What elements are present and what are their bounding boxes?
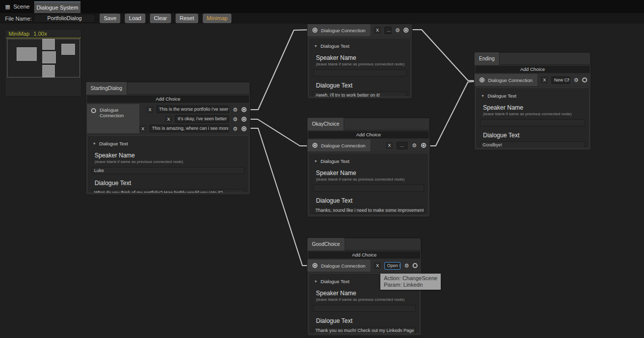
minimap-panel[interactable]: MiniMap 1.00x: [5, 29, 82, 97]
node-title[interactable]: GoodChoice: [307, 238, 345, 250]
dialogue-connection-header: Dialogue Connection X ... ⚙: [307, 139, 430, 151]
remove-choice-button[interactable]: X: [541, 76, 548, 83]
choice-text-input[interactable]: This is amazing, where can i see more!: [149, 125, 229, 132]
remove-choice-button[interactable]: X: [386, 142, 393, 149]
output-port[interactable]: [242, 126, 247, 131]
speaker-name-input[interactable]: [313, 69, 407, 76]
tooltip-action-line: Action: ChangeScene: [384, 275, 437, 282]
save-button[interactable]: Save: [100, 14, 120, 23]
node-ending[interactable]: Ending Add Choice Dialogue Connection X …: [474, 52, 591, 150]
speaker-name-hint: (leave blank if same as previous connect…: [316, 177, 424, 182]
dialogue-connection-label: Dialogue Connection: [321, 143, 365, 148]
choice-text-input[interactable]: New Choice: [551, 76, 570, 84]
dialogue-text-input[interactable]: Thank you so much! Check out my Linkedn …: [313, 327, 416, 334]
output-port[interactable]: [582, 77, 587, 82]
speaker-name-label: Speaker Name: [316, 170, 424, 177]
dialogue-body: ▼ Dialogue Text Speaker Name (leave blan…: [87, 135, 249, 193]
choice-text-input[interactable]: This is the worse portfolio i've seen: [156, 106, 229, 113]
dialogue-text-foldout[interactable]: ▼ Dialogue Text: [314, 43, 407, 49]
speaker-name-hint: (leave blank if same as previous connect…: [95, 159, 245, 164]
gear-icon[interactable]: ⚙: [411, 142, 418, 149]
add-choice-button[interactable]: Add Choice: [87, 96, 249, 103]
node-title-input[interactable]: [345, 238, 421, 250]
dialogue-text-input[interactable]: Goodbye!: [480, 141, 585, 148]
dialogue-text-label: Dialogue Text: [95, 180, 245, 187]
load-button[interactable]: Load: [125, 14, 145, 23]
dialogue-connection-box: Dialogue Connection: [307, 260, 370, 272]
dialogue-text-input[interactable]: Awwh, i'll try to work better on it!: [313, 92, 407, 97]
dialogue-connection-box: Dialogue Connection: [87, 104, 139, 133]
dialogue-text-foldout[interactable]: ▼ Dialogue Text: [93, 141, 245, 146]
dialogue-connection-label: Dialogue Connection: [321, 263, 365, 269]
dialogue-text-foldout[interactable]: ▼ Dialogue Text: [481, 93, 585, 99]
minimap-node: [42, 65, 55, 77]
choice-text-input-focused[interactable]: Open Page: [384, 262, 400, 270]
speaker-name-input[interactable]: Luke: [92, 167, 245, 174]
node-title[interactable]: StartingDialog: [86, 82, 127, 95]
input-port[interactable]: [91, 108, 96, 113]
node-title-bar: StartingDialog: [86, 82, 250, 95]
speaker-name-input[interactable]: [313, 185, 424, 192]
choice-text-input[interactable]: It's okay, i've seen better: [175, 115, 229, 123]
remove-choice-button[interactable]: X: [374, 27, 381, 34]
output-port[interactable]: [242, 117, 247, 122]
dialogue-text-input[interactable]: What do you think of my portfolio? How h…: [92, 189, 245, 193]
scene-menu[interactable]: ▦ Scene: [5, 0, 30, 13]
reset-button[interactable]: Reset: [176, 14, 198, 23]
gear-icon[interactable]: ⚙: [395, 27, 400, 34]
speaker-name-input[interactable]: [313, 305, 416, 312]
gear-icon[interactable]: ⚙: [232, 116, 238, 123]
dialogue-connection-header: Dialogue Connection X New Choice ⚙: [474, 74, 591, 86]
input-port[interactable]: [312, 263, 317, 268]
gear-icon[interactable]: ⚙: [404, 262, 409, 269]
input-port[interactable]: [312, 28, 317, 33]
minimap-toggle-button[interactable]: Minimap: [203, 14, 232, 23]
node-okay-choice[interactable]: OkayChoice Add Choice Dialogue Connectio…: [307, 117, 430, 217]
dialogue-connection-header: Dialogue Connection X Open Page ⚙: [307, 260, 421, 272]
clear-button[interactable]: Clear: [150, 14, 171, 23]
add-choice-button[interactable]: Add Choice: [308, 131, 429, 138]
node-title[interactable]: OkayChoice: [307, 118, 344, 130]
remove-choice-button[interactable]: X: [165, 116, 172, 123]
dialogue-body: ▼ Dialogue Text Speaker Name (leave blan…: [308, 38, 411, 97]
choice-text-input[interactable]: ...: [384, 27, 391, 34]
add-choice-button[interactable]: Add Choice: [308, 251, 420, 259]
node-title-bar: OkayChoice: [307, 118, 430, 130]
add-choice-button[interactable]: Add Choice: [475, 66, 590, 73]
node-worse-response[interactable]: Dialogue Connection X ... ⚙ ▼ Dialogue T…: [307, 24, 413, 99]
tab-dialogue-system[interactable]: Dialogue System: [34, 2, 80, 13]
node-title-input[interactable]: [127, 82, 250, 95]
speaker-name-hint: (leave blank if same as previous connect…: [483, 112, 585, 116]
remove-choice-button[interactable]: X: [374, 262, 381, 269]
file-name-input[interactable]: PortfolioDialog: [34, 14, 95, 23]
node-title[interactable]: Ending: [474, 52, 499, 65]
speaker-name-label: Speaker Name: [316, 54, 407, 61]
output-port[interactable]: [413, 263, 418, 268]
input-port[interactable]: [312, 143, 317, 148]
tooltip-param-line: Param: Linkedn: [384, 282, 437, 288]
node-starting-dialog[interactable]: StartingDialog Add Choice Dialogue Conne…: [86, 81, 251, 195]
speaker-name-input[interactable]: [480, 119, 585, 126]
foldout-label: Dialogue Text: [488, 93, 516, 99]
gear-icon[interactable]: ⚙: [574, 76, 579, 83]
remove-choice-button[interactable]: X: [146, 106, 153, 113]
node-title-input[interactable]: [499, 52, 591, 65]
output-port[interactable]: [421, 143, 426, 148]
input-port[interactable]: [479, 77, 485, 82]
output-port[interactable]: [242, 107, 247, 112]
remove-choice-button[interactable]: X: [139, 125, 146, 132]
dialogue-connection-label: Dialogue Connection: [488, 77, 532, 83]
node-title-input[interactable]: [344, 118, 430, 130]
grid-icon: ▦: [5, 4, 10, 10]
dialogue-body: ▼ Dialogue Text Speaker Name (leave blan…: [308, 153, 429, 215]
output-port[interactable]: [404, 28, 409, 33]
choice-text-input[interactable]: ...: [396, 142, 408, 149]
gear-icon[interactable]: ⚙: [232, 125, 238, 132]
choice-row: X This is the worse portfolio i've seen …: [139, 105, 247, 114]
minimap-title-text: MiniMap: [9, 31, 30, 38]
dialogue-text-foldout[interactable]: ▼ Dialogue Text: [314, 158, 424, 164]
foldout-label: Dialogue Text: [320, 43, 349, 49]
gear-icon[interactable]: ⚙: [232, 106, 238, 113]
choice-row: X It's okay, i've seen better ⚙: [139, 115, 247, 123]
dialogue-text-input[interactable]: Thanks, sound like i need to make some i…: [313, 207, 424, 214]
